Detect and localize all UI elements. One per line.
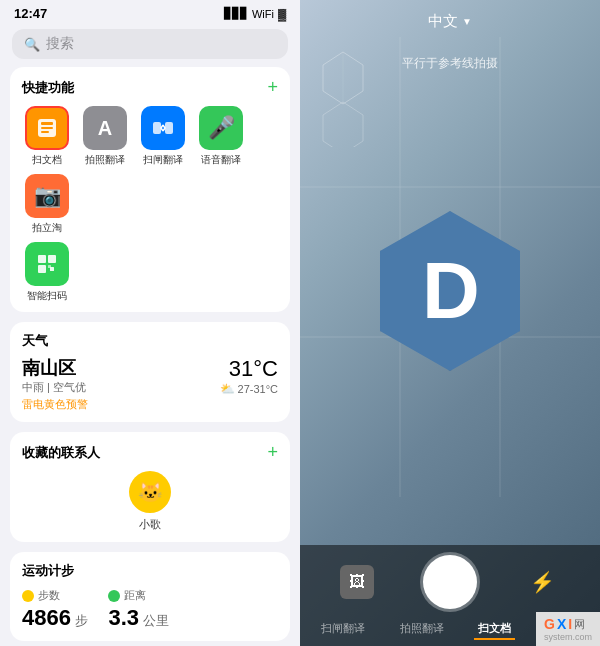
watermark: G X I 网 system.com	[536, 612, 600, 646]
steps-label-distance: 距离	[124, 588, 146, 603]
quick-functions-header: 快捷功能 +	[22, 77, 278, 98]
quick-item-photo-taobao[interactable]: 📷 拍立淘	[22, 174, 72, 234]
steps-unit-distance: 公里	[143, 613, 169, 628]
weather-condition: 中雨 | 空气优	[22, 380, 88, 395]
quick-item-scan-translate[interactable]: 扫闸翻译	[138, 106, 188, 166]
svg-marker-17	[323, 102, 363, 147]
search-placeholder: 搜索	[46, 35, 74, 53]
contact-item[interactable]: 🐱 小歌	[22, 471, 278, 532]
cloud-icon: ⛅	[220, 382, 235, 396]
quick-label-photo-translate: 拍照翻译	[85, 154, 125, 166]
steps-value-count: 4866 步	[22, 605, 88, 631]
status-time: 12:47	[14, 6, 47, 21]
quick-label-scan-translate: 扫闸翻译	[143, 154, 183, 166]
left-panel: 12:47 ▊▊▊ WiFi ▓ 🔍 搜索 快捷功能 + 扫文档	[0, 0, 300, 646]
right-panel: 中文 ▼ 平行于参考线拍摄 D	[300, 0, 600, 646]
quick-item-scan-doc[interactable]: 扫文档	[22, 106, 72, 166]
weather-location: 南山区	[22, 356, 88, 380]
svg-rect-1	[41, 122, 53, 125]
chevron-down-icon: ▼	[462, 16, 472, 27]
weather-section: 天气 南山区 中雨 | 空气优 雷电黄色预警 31°C ⛅ 27-31°C	[10, 322, 290, 422]
quick-icon-smart-scan	[25, 242, 69, 286]
steps-title: 运动计步	[22, 562, 278, 580]
svg-rect-10	[48, 265, 51, 268]
camera-guide-text: 平行于参考线拍摄	[300, 55, 600, 72]
svg-rect-8	[38, 265, 46, 273]
gallery-icon: 🖼	[349, 573, 365, 591]
weather-left: 南山区 中雨 | 空气优 雷电黄色预警	[22, 356, 88, 412]
steps-number: 4866	[22, 605, 71, 630]
quick-functions-add[interactable]: +	[267, 77, 278, 98]
contact-name: 小歌	[139, 517, 161, 532]
watermark-text: G X I 网	[544, 616, 592, 632]
camera-lang-btn[interactable]: 中文 ▼	[428, 12, 472, 31]
signal-icon: ▊▊▊	[224, 7, 248, 20]
search-icon: 🔍	[24, 37, 40, 52]
contacts-header: 收藏的联系人 +	[22, 442, 278, 463]
steps-header-count: 步数	[22, 588, 88, 603]
quick-item-smart-scan[interactable]: 智能扫码	[22, 242, 72, 302]
hex-letter: D	[422, 245, 478, 337]
svg-rect-6	[38, 255, 46, 263]
contacts-add[interactable]: +	[267, 442, 278, 463]
quick-label-scan-doc: 扫文档	[32, 154, 62, 166]
contact-avatar: 🐱	[129, 471, 171, 513]
quick-functions-grid-row2: 智能扫码	[22, 242, 278, 302]
status-bar: 12:47 ▊▊▊ WiFi ▓	[0, 0, 300, 25]
svg-rect-7	[48, 255, 56, 263]
watermark-xi: X	[557, 616, 566, 632]
weather-temp-range: ⛅ 27-31°C	[220, 382, 278, 396]
quick-icon-scan-doc	[25, 106, 69, 150]
quick-icon-voice-translate: 🎤	[199, 106, 243, 150]
wifi-icon: WiFi	[252, 8, 274, 20]
quick-label-smart-scan: 智能扫码	[27, 290, 67, 302]
contacts-title: 收藏的联系人	[22, 444, 100, 462]
gallery-button[interactable]: 🖼	[340, 565, 374, 599]
quick-item-photo-translate[interactable]: A 拍照翻译	[80, 106, 130, 166]
mode-tab-scan-translate[interactable]: 扫闸翻译	[317, 619, 369, 640]
quick-label-photo-taobao: 拍立淘	[32, 222, 62, 234]
flash-icon: ⚡	[530, 570, 555, 594]
camera-controls: 🖼 ⚡	[300, 555, 600, 609]
steps-dot-green	[108, 590, 120, 602]
weather-temp-main: 31°C	[220, 356, 278, 382]
camera-language: 中文	[428, 12, 458, 31]
search-bar[interactable]: 🔍 搜索	[12, 29, 288, 59]
quick-label-voice-translate: 语音翻译	[201, 154, 241, 166]
status-icons: ▊▊▊ WiFi ▓	[224, 7, 286, 20]
watermark-domain: 网	[574, 617, 585, 632]
hex-shape: D	[380, 211, 520, 371]
shutter-button[interactable]	[423, 555, 477, 609]
mode-tab-scan-doc[interactable]: 扫文档	[474, 619, 515, 640]
watermark-g: G	[544, 616, 555, 632]
battery-icon: ▓	[278, 8, 286, 20]
svg-rect-4	[153, 122, 161, 134]
mode-tab-photo-translate[interactable]: 拍照翻译	[396, 619, 448, 640]
quick-icon-photo-translate: A	[83, 106, 127, 150]
steps-value-distance: 3.3 公里	[108, 605, 169, 631]
flash-button[interactable]: ⚡	[526, 565, 560, 599]
quick-item-voice-translate[interactable]: 🎤 语音翻译	[196, 106, 246, 166]
quick-icon-photo-taobao: 📷	[25, 174, 69, 218]
camera-top-bar: 中文 ▼	[300, 0, 600, 37]
hex-container: D	[380, 211, 520, 371]
steps-dot-yellow	[22, 590, 34, 602]
weather-title: 天气	[22, 332, 278, 350]
watermark-url: system.com	[544, 632, 592, 642]
svg-rect-3	[41, 131, 49, 133]
svg-rect-2	[41, 127, 53, 129]
steps-header-distance: 距离	[108, 588, 169, 603]
contacts-section: 收藏的联系人 + 🐱 小歌	[10, 432, 290, 542]
quick-icon-scan-translate	[141, 106, 185, 150]
steps-section: 运动计步 步数 4866 步 距离 3.3 公里	[10, 552, 290, 641]
weather-right: 31°C ⛅ 27-31°C	[220, 356, 278, 396]
quick-functions-grid: 扫文档 A 拍照翻译 扫闸翻译 🎤 语音翻译	[22, 106, 278, 234]
camera-viewfinder[interactable]: 平行于参考线拍摄 D	[300, 37, 600, 545]
watermark-i: I	[568, 616, 572, 632]
quick-functions-section: 快捷功能 + 扫文档 A 拍照翻译	[10, 67, 290, 312]
steps-row: 步数 4866 步 距离 3.3 公里	[22, 588, 278, 631]
steps-unit-count: 步	[75, 613, 88, 628]
steps-item-distance: 距离 3.3 公里	[108, 588, 169, 631]
svg-rect-5	[165, 122, 173, 134]
steps-distance-number: 3.3	[108, 605, 139, 630]
